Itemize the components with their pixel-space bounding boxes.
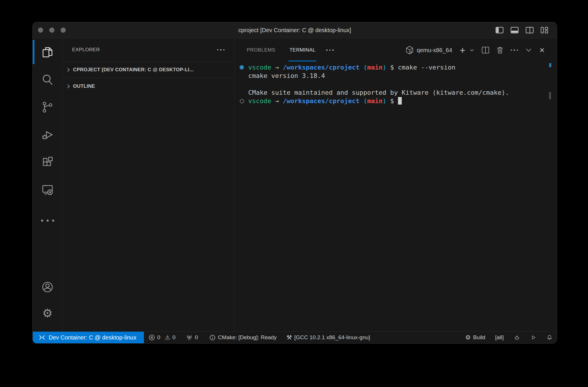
hide-panel-chevron-button[interactable] <box>525 47 532 53</box>
split-terminal-icon <box>482 47 489 54</box>
build-target-text: [all] <box>495 334 504 341</box>
activity-item-search[interactable] <box>33 66 62 93</box>
bug-icon <box>514 334 520 341</box>
ports-status[interactable]: 0 <box>186 334 198 341</box>
cmake-build-button[interactable]: ⚙ Build <box>465 334 485 341</box>
cmake-status[interactable]: CMake: [Debug]: Ready <box>209 334 277 341</box>
command-executed-decoration[interactable] <box>240 65 244 70</box>
source-control-icon <box>41 101 54 114</box>
warning-icon: ⚠ <box>165 335 170 340</box>
traffic-light-close[interactable] <box>38 28 43 33</box>
kill-terminal-button[interactable] <box>496 46 503 54</box>
traffic-light-zoom[interactable] <box>61 28 66 33</box>
titlebar-layout-controls <box>496 27 557 33</box>
new-terminal-button[interactable]: + <box>460 47 465 53</box>
error-icon <box>149 334 155 341</box>
search-icon <box>41 73 54 86</box>
terminal-more-actions-button[interactable] <box>511 50 518 51</box>
explorer-sidebar: EXPLORER CPROJECT [DEV CONTAINER: C @ DE… <box>63 38 235 331</box>
sidebar-title: EXPLORER <box>72 47 100 53</box>
toggle-secondary-sidebar-button[interactable] <box>526 27 534 33</box>
terminal-output[interactable]: vscode → /workspaces/cproject (main) $ c… <box>235 62 557 331</box>
extensions-icon <box>41 156 54 169</box>
info-icon <box>209 335 216 341</box>
activity-item-manage[interactable]: ⚙ <box>33 300 62 326</box>
customize-layout-icon <box>541 27 548 33</box>
activity-item-run-and-debug[interactable] <box>33 121 62 148</box>
activity-item-additional-views[interactable] <box>33 207 62 234</box>
explorer-more-actions-button[interactable] <box>217 49 225 51</box>
bell-icon <box>546 334 553 341</box>
tab-terminal-label: TERMINAL <box>289 47 315 53</box>
terminal-line: vscode → /workspaces/cproject (main) $ <box>235 97 557 105</box>
problems-status[interactable]: 0 ⚠ 0 <box>149 334 176 341</box>
files-icon <box>41 45 54 59</box>
section-label: CPROJECT [DEV CONTAINER: C @ DESKTOP-LI.… <box>73 67 193 73</box>
gear-icon: ⚙ <box>42 307 53 319</box>
terminal-profile-icon: $ <box>406 46 414 54</box>
activity-item-remote-explorer[interactable] <box>33 176 62 203</box>
traffic-light-minimize[interactable] <box>49 28 54 33</box>
terminal-line: vscode → /workspaces/cproject (main) $ c… <box>235 63 557 72</box>
window-title: cproject [Dev Container: C @ desktop-lin… <box>33 27 557 34</box>
command-pending-decoration[interactable] <box>240 99 244 103</box>
radio-tower-icon <box>186 334 193 341</box>
ports-count: 0 <box>195 334 198 341</box>
remote-icon <box>39 334 45 341</box>
panel-header: PROBLEMS TERMINAL $ qemu-x86_6 <box>235 38 557 62</box>
cmake-status-text: CMake: [Debug]: Ready <box>218 334 277 341</box>
cmake-kit[interactable]: ⚒ [GCC 10.2.1 x86_64-linux-gnu] <box>286 334 370 341</box>
terminal-name: qemu-x86_64 <box>417 47 452 54</box>
chevron-down-icon <box>525 47 532 53</box>
tab-terminal[interactable]: TERMINAL <box>289 38 315 62</box>
terminal-scrollbar-thumb[interactable] <box>549 92 551 99</box>
active-item-indicator <box>33 40 34 64</box>
remote-explorer-icon <box>41 183 54 196</box>
terminal-line: cmake version 3.18.4 <box>235 72 557 80</box>
chevron-down-icon <box>469 48 474 53</box>
customize-layout-button[interactable] <box>541 27 548 33</box>
cmake-launch-button[interactable] <box>530 334 536 341</box>
panel-actions: + <box>460 46 545 54</box>
toggle-panel-button[interactable] <box>511 27 518 33</box>
sidebar-section-outline[interactable]: OUTLINE <box>63 78 234 94</box>
more-icon <box>41 220 54 222</box>
chevron-right-icon <box>65 67 71 73</box>
toggle-sidebar-icon <box>496 27 503 33</box>
terminal-profile-dropdown-button[interactable] <box>469 48 474 53</box>
activity-item-extensions[interactable] <box>33 148 62 176</box>
more-icon <box>217 49 219 51</box>
build-label: Build <box>473 334 485 341</box>
chevron-right-icon <box>65 83 71 89</box>
sidebar-section-cproject[interactable]: CPROJECT [DEV CONTAINER: C @ DESKTOP-LI.… <box>63 61 234 78</box>
remote-label: Dev Container: C @ desktop-linux <box>49 334 136 341</box>
traffic-lights <box>33 28 66 33</box>
vscode-window: cproject [Dev Container: C @ desktop-lin… <box>32 22 557 344</box>
overview-ruler-command-mark <box>549 63 551 67</box>
tab-problems[interactable]: PROBLEMS <box>247 38 275 62</box>
activity-item-accounts[interactable] <box>33 274 62 300</box>
toggle-panel-icon <box>511 27 518 33</box>
account-icon <box>41 280 54 294</box>
toggle-secondary-sidebar-icon <box>526 27 534 33</box>
trash-icon <box>496 46 503 54</box>
close-panel-button[interactable]: × <box>539 47 545 53</box>
terminal-line <box>235 80 557 88</box>
terminal-cursor <box>398 97 402 105</box>
titlebar: cproject [Dev Container: C @ desktop-lin… <box>33 22 557 38</box>
terminal-instance[interactable]: $ qemu-x86_64 <box>406 46 452 54</box>
terminal-line: CMake suite maintained and supported by … <box>235 88 557 97</box>
activity-item-explorer[interactable] <box>33 38 62 66</box>
panel-more-actions-button[interactable] <box>326 50 334 51</box>
bottom-panel: PROBLEMS TERMINAL $ qemu-x86_6 <box>235 38 557 331</box>
notifications-button[interactable] <box>546 334 553 341</box>
split-terminal-button[interactable] <box>482 47 489 54</box>
toggle-sidebar-button[interactable] <box>496 27 503 33</box>
cmake-build-target[interactable]: [all] <box>495 334 504 341</box>
section-label: OUTLINE <box>73 83 95 89</box>
activity-item-source-control[interactable] <box>33 93 62 121</box>
cmake-debug-button[interactable] <box>514 334 520 341</box>
gear-icon: ⚙ <box>465 335 471 341</box>
remote-indicator[interactable]: Dev Container: C @ desktop-linux <box>33 332 144 343</box>
svg-text:$: $ <box>410 50 412 53</box>
